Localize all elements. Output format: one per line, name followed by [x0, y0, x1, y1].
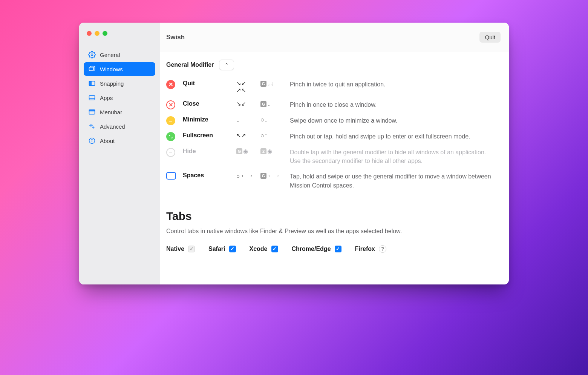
general-modifier-key[interactable]: ⌃ [219, 60, 234, 70]
sidebar-item-label: Snapping [100, 80, 124, 87]
svg-rect-1 [89, 67, 94, 71]
traffic-light-minimize[interactable] [95, 31, 100, 36]
secondary-tap-icon: 2◉ [260, 148, 290, 155]
tap-gesture-icon: ○↓ [260, 116, 290, 124]
gesture-list: ✕ Quit ↘↙↗↖ G↓↓ Pinch in twice to quit a… [166, 80, 503, 199]
sidebar: General Windows Snapping Apps [79, 23, 160, 284]
info-icon [88, 137, 96, 144]
gesture-desc: Swipe down once to minimize a window. [290, 116, 503, 125]
content-area: General Modifier ⌃ ✕ Quit ↘↙↗↖ G↓↓ Pinch… [160, 52, 509, 284]
gesture-desc: Pinch out or tap, hold and swipe up to e… [290, 132, 503, 141]
svg-point-12 [92, 139, 92, 140]
general-modifier-label: General Modifier [166, 61, 214, 68]
modifier-gesture-icon: G↓ [260, 100, 290, 108]
gesture-desc: Pinch in twice to quit an application. [290, 80, 503, 89]
tab-option-xcode[interactable]: Xcode ✓ [250, 246, 278, 252]
gesture-name: Minimize [183, 116, 236, 123]
windows-icon [88, 65, 96, 73]
gesture-desc: Double tap with the general modifier to … [290, 148, 503, 165]
gear-icon [88, 51, 96, 58]
quit-icon: ✕ [166, 80, 175, 89]
sidebar-item-label: Menubar [100, 109, 122, 115]
pinch-in-twice-icon: ↘↙↗↖ [236, 80, 260, 94]
svg-point-0 [91, 54, 93, 56]
tabs-description: Control tabs in native windows like Find… [166, 228, 503, 235]
pinch-out-icon: ↖↗ [236, 132, 260, 139]
fullscreen-icon [166, 132, 175, 141]
main-pane: Swish Quit General Modifier ⌃ ✕ Quit ↘↙↗… [160, 23, 509, 284]
general-modifier-row: General Modifier ⌃ [166, 60, 503, 70]
checkbox-disabled-icon: ✓ [188, 246, 195, 252]
sidebar-item-apps[interactable]: Apps [84, 91, 155, 105]
sidebar-item-menubar[interactable]: Menubar [84, 105, 155, 119]
gesture-row-minimize[interactable]: − Minimize ↓ ○↓ Swipe down once to minim… [166, 116, 503, 125]
tap-swipe-icon: ○←→ [236, 172, 260, 180]
tabs-options: Native ✓ Safari ✓ Xcode ✓ Chrome/Edge ✓ … [166, 245, 503, 253]
traffic-light-zoom[interactable] [103, 31, 107, 36]
app-title: Swish [166, 34, 185, 41]
pinch-in-icon: ↘↙ [236, 100, 260, 107]
sidebar-item-windows[interactable]: Windows [84, 62, 155, 76]
gesture-row-close[interactable]: ✕ Close ↘↙ G↓ Pinch in once to close a w… [166, 100, 503, 109]
window-traffic-lights [79, 31, 160, 48]
checkbox-on-icon[interactable]: ✓ [271, 246, 278, 252]
gesture-desc: Pinch in once to close a window. [290, 100, 503, 109]
toolbar: Swish Quit [160, 23, 509, 52]
tab-option-label: Xcode [250, 246, 268, 252]
swipe-down-icon: ↓ [236, 116, 260, 124]
tab-option-safari[interactable]: Safari ✓ [208, 246, 236, 252]
sidebar-item-label: General [100, 52, 120, 58]
sidebar-item-label: Apps [100, 95, 113, 101]
gesture-row-spaces[interactable]: Spaces ○←→ G←→ Tap, hold and swipe or us… [166, 172, 503, 189]
modifier-gesture-icon: G↓↓ [260, 80, 290, 88]
spaces-icon [166, 172, 176, 180]
app-window: General Windows Snapping Apps [79, 23, 509, 284]
tab-option-label: Safari [208, 246, 225, 252]
modifier-swipe-icon: G←→ [260, 172, 290, 180]
gesture-name: Spaces [183, 172, 236, 179]
svg-point-9 [93, 127, 94, 128]
sidebar-item-advanced[interactable]: Advanced [84, 120, 155, 133]
svg-rect-3 [89, 81, 92, 86]
tab-option-label: Firefox [355, 246, 375, 252]
modifier-tap-icon: G◉ [236, 148, 260, 155]
checkbox-on-icon[interactable]: ✓ [335, 246, 341, 252]
svg-rect-4 [89, 95, 95, 100]
minimize-icon: − [166, 116, 175, 125]
tab-option-label: Native [166, 246, 184, 252]
tab-option-firefox[interactable]: Firefox ? [355, 245, 386, 253]
gesture-row-fullscreen[interactable]: Fullscreen ↖↗ ○↑ Pinch out or tap, hold … [166, 132, 503, 141]
gesture-name: Close [183, 100, 236, 107]
sidebar-item-snapping[interactable]: Snapping [84, 77, 155, 90]
tabs-heading: Tabs [166, 210, 503, 223]
sidebar-item-general[interactable]: General [84, 48, 155, 61]
sidebar-nav: General Windows Snapping Apps [79, 48, 160, 148]
gesture-name: Fullscreen [183, 132, 236, 139]
help-icon[interactable]: ? [379, 245, 386, 253]
gesture-desc: Tap, hold and swipe or use the general m… [290, 172, 503, 189]
apps-icon [88, 94, 96, 101]
menubar-icon [88, 108, 96, 116]
traffic-light-close[interactable] [87, 31, 92, 36]
close-icon: ✕ [166, 100, 175, 109]
sidebar-item-label: Windows [100, 66, 123, 72]
hide-icon: − [166, 148, 175, 157]
checkbox-on-icon[interactable]: ✓ [229, 246, 236, 252]
gesture-row-hide[interactable]: − Hide G◉ 2◉ Double tap with the general… [166, 148, 503, 165]
quit-button[interactable]: Quit [479, 32, 501, 43]
tap-gesture-icon: ○↑ [260, 132, 290, 140]
gesture-name: Quit [183, 80, 236, 87]
sidebar-item-about[interactable]: About [84, 134, 155, 148]
tab-option-native: Native ✓ [166, 246, 195, 252]
sidebar-item-label: Advanced [100, 123, 125, 130]
svg-rect-7 [89, 110, 95, 111]
gesture-name: Hide [183, 148, 236, 155]
tab-option-chrome-edge[interactable]: Chrome/Edge ✓ [292, 246, 341, 252]
svg-point-8 [90, 125, 92, 126]
tab-option-label: Chrome/Edge [292, 246, 331, 252]
sidebar-item-label: About [100, 138, 115, 144]
gears-icon [88, 123, 96, 130]
snapping-icon [88, 80, 96, 87]
gesture-row-quit[interactable]: ✕ Quit ↘↙↗↖ G↓↓ Pinch in twice to quit a… [166, 80, 503, 94]
